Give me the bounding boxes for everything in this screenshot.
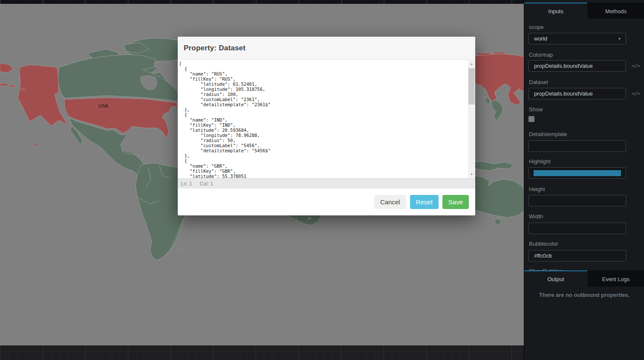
tab-output[interactable]: Output xyxy=(524,270,587,287)
highlight-color-bar xyxy=(534,170,621,176)
scope-select-value: world xyxy=(534,35,547,42)
properties-sidebar: Inputs Methods scope world ▾ Colormap </… xyxy=(524,0,644,360)
editor-content[interactable]: [ { "name": "RUS", "fillKey": "RUS", "la… xyxy=(179,61,467,178)
show-checkbox[interactable] xyxy=(528,116,534,122)
cancel-button[interactable]: Cancel xyxy=(374,195,406,209)
highlight-input[interactable] xyxy=(528,167,626,179)
scope-select[interactable]: world ▾ xyxy=(528,33,626,44)
country-label-usa: USA xyxy=(98,103,108,108)
detailstemplate-label: Detailstemplate xyxy=(529,131,567,137)
modal-footer: Cancel Reset Save xyxy=(178,189,475,215)
inputs-form: scope world ▾ Colormap </> Dataset </> S… xyxy=(524,19,644,271)
line-indicator: Ln: 1 xyxy=(181,181,192,187)
top-toolbar xyxy=(0,0,524,4)
app-root: USA Inputs Methods scope world ▾ Colorma… xyxy=(0,0,644,360)
bottom-component-palette xyxy=(0,345,524,360)
width-input[interactable] xyxy=(528,223,626,234)
bubblecolor-label: Bubblecolor xyxy=(529,241,558,247)
show-label: Show xyxy=(529,106,543,113)
save-button[interactable]: Save xyxy=(442,195,469,209)
json-code-editor[interactable]: [ { "name": "RUS", "fillKey": "RUS", "la… xyxy=(178,60,475,178)
inputs-methods-tabbar: Inputs Methods xyxy=(524,3,644,19)
tab-event-logs[interactable]: Event Logs xyxy=(587,270,644,287)
dataset-input[interactable] xyxy=(528,88,626,99)
tab-inputs[interactable]: Inputs xyxy=(524,3,587,19)
editor-scrollbar[interactable]: ▲ ▼ xyxy=(468,60,475,178)
column-indicator: Col: 1 xyxy=(200,181,213,187)
height-label: Height xyxy=(529,186,545,192)
reset-button[interactable]: Reset xyxy=(410,195,439,209)
bubblecolor-input[interactable] xyxy=(528,250,626,261)
modal-header: Property: Dataset xyxy=(178,37,475,60)
scroll-down-icon[interactable]: ▼ xyxy=(468,171,475,178)
output-empty-message: There are no outbound properties. xyxy=(524,292,644,298)
scroll-up-icon[interactable]: ▲ xyxy=(468,60,475,67)
height-input[interactable] xyxy=(528,195,626,206)
code-bind-icon[interactable]: </> xyxy=(630,60,641,72)
tab-methods[interactable]: Methods xyxy=(587,3,644,19)
width-label: Width xyxy=(529,213,543,220)
scrollbar-thumb[interactable] xyxy=(468,68,475,105)
property-dataset-modal: Property: Dataset [ { "name": "RUS", "fi… xyxy=(178,37,475,215)
detailstemplate-input[interactable] xyxy=(528,140,626,152)
chevron-down-icon: ▾ xyxy=(618,36,621,41)
code-bind-icon[interactable]: </> xyxy=(630,88,641,99)
editor-statusbar: Ln: 1 Col: 1 xyxy=(178,178,475,189)
colormap-input[interactable] xyxy=(528,60,626,72)
highlight-label: Highlight xyxy=(529,158,551,165)
output-eventlogs-tabbar: Output Event Logs xyxy=(524,270,644,287)
dataset-label: Dataset xyxy=(529,79,548,85)
scope-label: scope xyxy=(529,24,544,30)
modal-title: Property: Dataset xyxy=(184,44,245,52)
colormap-label: Colormap xyxy=(529,52,553,58)
